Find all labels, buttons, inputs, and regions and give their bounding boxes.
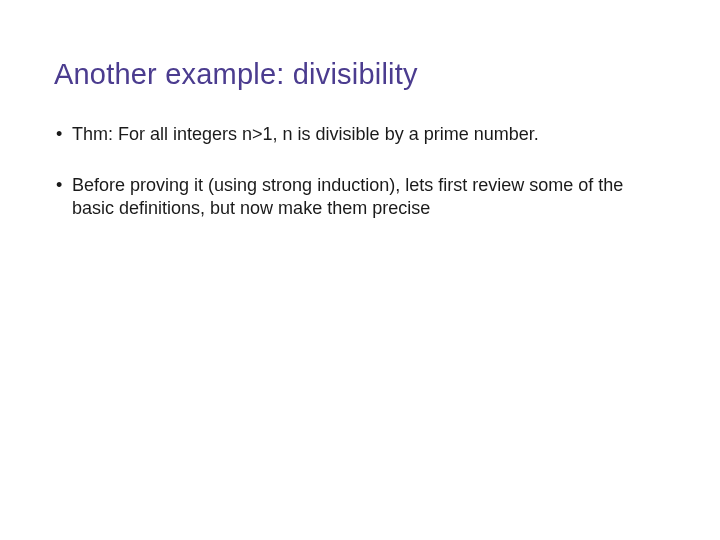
list-item: • Thm: For all integers n>1, n is divisi… — [56, 123, 670, 146]
slide-container: Another example: divisibility • Thm: For… — [0, 0, 720, 540]
list-item: • Before proving it (using strong induct… — [56, 174, 670, 220]
bullet-text: Before proving it (using strong inductio… — [72, 175, 623, 218]
slide-title: Another example: divisibility — [54, 58, 670, 91]
bullet-marker-icon: • — [56, 123, 62, 146]
bullet-text: Thm: For all integers n>1, n is divisibl… — [72, 124, 539, 144]
bullet-marker-icon: • — [56, 174, 62, 197]
bullet-list: • Thm: For all integers n>1, n is divisi… — [54, 123, 670, 220]
